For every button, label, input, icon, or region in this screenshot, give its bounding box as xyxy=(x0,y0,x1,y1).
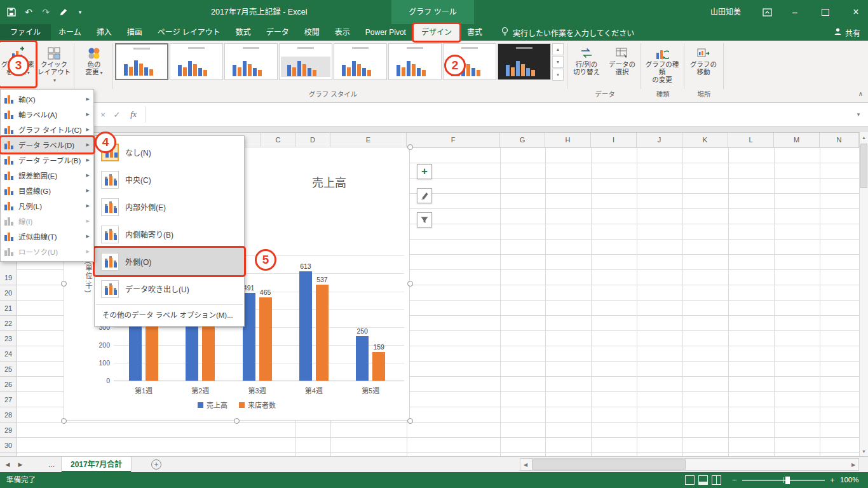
row-header-27[interactable]: 27 xyxy=(0,392,17,407)
enter-check-icon[interactable]: ✓ xyxy=(111,103,123,126)
row-header-23[interactable]: 23 xyxy=(0,331,17,346)
submenu-item-なし(N)[interactable]: なし(N) xyxy=(95,139,244,166)
chart-category-axis[interactable] xyxy=(114,381,404,381)
scroll-down-icon[interactable]: ▼ xyxy=(860,446,868,456)
submenu-item-中央(C)[interactable]: 中央(C) xyxy=(95,166,244,193)
row-header-28[interactable]: 28 xyxy=(0,407,17,423)
column-header-E[interactable]: E xyxy=(330,133,407,147)
column-header-K[interactable]: K xyxy=(682,133,728,147)
ribbon-tab-file[interactable]: ファイル xyxy=(0,24,51,41)
new-sheet-button[interactable]: + xyxy=(151,459,161,470)
select-data-button[interactable]: データの 選択 xyxy=(605,42,639,86)
chart-elements-button[interactable]: + xyxy=(417,164,432,179)
chart-filter-button[interactable] xyxy=(417,212,432,227)
share-button[interactable]: 共有 xyxy=(834,24,860,41)
ribbon-tab-描画[interactable]: 描画 xyxy=(119,24,150,41)
chart-selection-handle[interactable] xyxy=(407,144,413,150)
ribbon-tab-数式[interactable]: 数式 xyxy=(228,24,259,41)
redo-icon[interactable]: ↷ xyxy=(41,7,51,17)
submenu-item-内側軸寄り(B)[interactable]: 内側軸寄り(B) xyxy=(95,220,244,248)
vertical-scrollbar-thumb[interactable] xyxy=(860,144,867,188)
column-header-F[interactable]: F xyxy=(407,133,500,147)
row-header-21[interactable]: 21 xyxy=(0,301,17,316)
bar-売上高-第5週[interactable] xyxy=(356,336,369,381)
row-header-19[interactable]: 19 xyxy=(0,270,17,285)
sheet-nav-left-icon[interactable]: ◀ xyxy=(3,457,13,472)
chart-style-6[interactable] xyxy=(388,43,442,80)
normal-view-icon[interactable] xyxy=(685,475,695,485)
ribbon-tab-ホーム[interactable]: ホーム xyxy=(51,24,89,41)
restore-button[interactable] xyxy=(815,0,836,24)
expand-formula-bar-icon[interactable]: ▾ xyxy=(853,103,864,126)
menu-item-軸(X)[interactable]: 軸(X)▶ xyxy=(1,92,93,107)
chart-style-1[interactable] xyxy=(115,43,168,80)
menu-item-データ テーブル(B)[interactable]: データ テーブル(B)▶ xyxy=(1,152,93,168)
row-header-22[interactable]: 22 xyxy=(0,316,17,331)
submenu-item-外側(O)[interactable]: 外側(O) xyxy=(95,248,244,275)
column-header-N[interactable]: N xyxy=(820,133,859,147)
column-header-C[interactable]: C xyxy=(261,133,295,147)
page-break-view-icon[interactable] xyxy=(712,475,721,485)
chart-style-5[interactable] xyxy=(334,43,387,80)
menu-item-目盛線(G)[interactable]: 目盛線(G)▶ xyxy=(1,183,93,198)
zoom-level[interactable]: 100% xyxy=(840,472,858,488)
menu-item-近似曲線(T)[interactable]: 近似曲線(T)▶ xyxy=(1,229,93,244)
pen-mode-icon[interactable] xyxy=(58,7,68,17)
column-header-H[interactable]: H xyxy=(545,133,591,147)
bar-売上高-第4週[interactable] xyxy=(299,271,312,381)
horizontal-scrollbar-thumb[interactable] xyxy=(532,459,686,470)
ribbon-display-options-icon[interactable] xyxy=(756,0,778,24)
cancel-icon[interactable]: × xyxy=(97,103,109,126)
menu-item-グラフ タイトル(C)[interactable]: グラフ タイトル(C)▶ xyxy=(1,122,93,137)
ribbon-tab-データ[interactable]: データ xyxy=(259,24,297,41)
chart-selection-handle[interactable] xyxy=(407,418,413,424)
chart-selection-handle[interactable] xyxy=(61,418,67,424)
menu-item-凡例(L)[interactable]: 凡例(L)▶ xyxy=(1,198,93,214)
ribbon-tab-表示[interactable]: 表示 xyxy=(327,24,358,41)
column-header-G[interactable]: G xyxy=(500,133,545,147)
save-icon[interactable] xyxy=(6,7,17,17)
chart-style-2[interactable] xyxy=(170,43,223,80)
ribbon-tab-Power Pivot[interactable]: Power Pivot xyxy=(358,24,414,41)
chart-legend[interactable]: 売上高来店者数 xyxy=(64,400,409,410)
chart-selection-handle[interactable] xyxy=(61,281,67,287)
ribbon-tab-デザイン[interactable]: デザイン xyxy=(414,24,459,41)
vertical-scrollbar[interactable]: ▲ ▼ xyxy=(859,132,868,456)
bar-来店者数-第5週[interactable] xyxy=(372,352,385,381)
column-header-M[interactable]: M xyxy=(774,133,820,147)
gallery-scroll-down-icon[interactable]: ▼ xyxy=(552,56,564,68)
menu-item-データ ラベル(D)[interactable]: データ ラベル(D)▶ xyxy=(1,137,93,152)
column-header-J[interactable]: J xyxy=(637,133,682,147)
customize-qat-icon[interactable]: ▾ xyxy=(75,7,85,17)
bar-来店者数-第3週[interactable] xyxy=(259,297,272,381)
chart-selection-handle[interactable] xyxy=(234,418,240,424)
zoom-slider-thumb[interactable] xyxy=(785,477,790,484)
ribbon-tab-校閲[interactable]: 校閲 xyxy=(297,24,327,41)
tell-me-box[interactable]: 実行したい作業を入力してください xyxy=(501,24,634,41)
move-chart-button[interactable]: グラフの 移動 xyxy=(686,42,721,86)
row-header-26[interactable]: 26 xyxy=(0,377,17,392)
gallery-scroll-up-icon[interactable]: ▲ xyxy=(552,43,564,55)
chart-styles-button[interactable] xyxy=(417,188,432,203)
user-name[interactable]: 山田知美 xyxy=(710,0,741,24)
submenu-item-データ吹き出し(U)[interactable]: データ吹き出し(U) xyxy=(95,275,244,302)
quick-layout-button[interactable]: クイック レイアウト▾ xyxy=(36,42,72,86)
bar-来店者数-第4週[interactable] xyxy=(316,285,329,381)
row-header-29[interactable]: 29 xyxy=(0,423,17,438)
zoom-in-button[interactable]: + xyxy=(830,472,835,488)
chart-value-axis-title[interactable]: 円(単位:千) xyxy=(83,254,93,349)
scroll-left-icon[interactable]: ◀ xyxy=(520,459,531,470)
sheet-tab-ellipsis[interactable]: ... xyxy=(48,457,55,472)
page-layout-view-icon[interactable] xyxy=(698,475,708,485)
row-header-30[interactable]: 30 xyxy=(0,438,17,453)
column-header-D[interactable]: D xyxy=(295,133,330,147)
legend-entry-来店者数[interactable]: 来店者数 xyxy=(239,400,276,410)
scroll-right-icon[interactable]: ▶ xyxy=(848,459,858,470)
minimize-button[interactable]: − xyxy=(784,0,806,24)
chart-selection-handle[interactable] xyxy=(407,281,413,287)
change-chart-type-button[interactable]: グラフの種類 の変更 xyxy=(643,42,681,86)
switch-row-column-button[interactable]: 行/列の 切り替え xyxy=(569,42,604,86)
row-header-20[interactable]: 20 xyxy=(0,285,17,301)
sheet-nav-right-icon[interactable]: ▶ xyxy=(15,457,25,472)
close-button[interactable]: × xyxy=(845,0,867,24)
